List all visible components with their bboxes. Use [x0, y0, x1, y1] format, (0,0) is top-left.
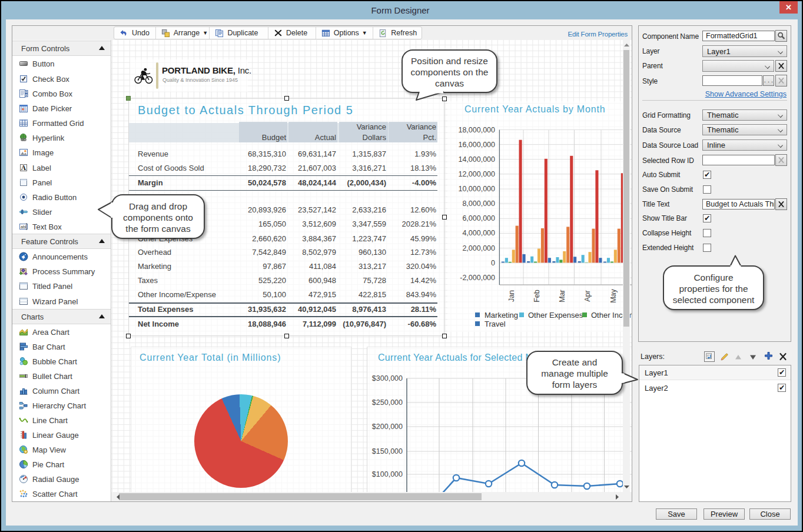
svg-text:Jan: Jan: [507, 290, 516, 302]
svg-text:abl: abl: [21, 225, 26, 229]
svg-text:Apr: Apr: [583, 290, 592, 301]
svg-text:Mar: Mar: [558, 290, 566, 302]
svg-text:May: May: [609, 288, 618, 302]
svg-text:A: A: [21, 164, 26, 171]
svg-text:Feb: Feb: [533, 290, 541, 302]
